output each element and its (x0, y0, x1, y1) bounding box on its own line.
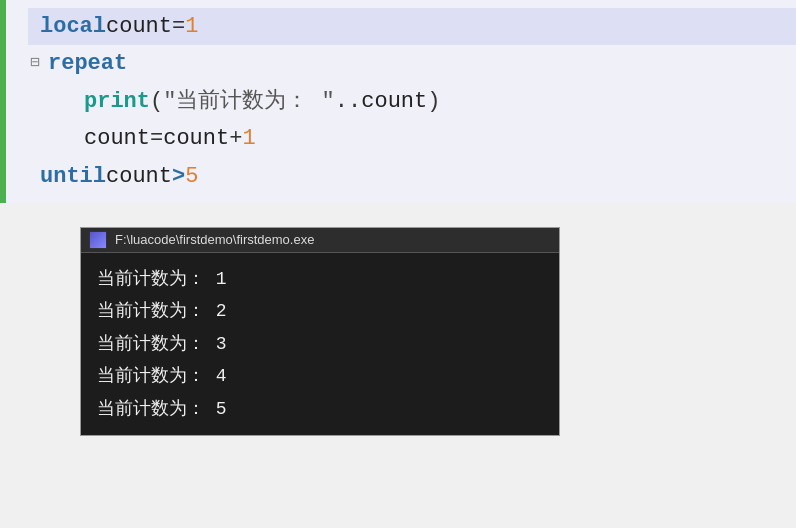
collapse-icon[interactable]: ⊟ (30, 50, 40, 77)
num-3: 5 (185, 158, 198, 195)
op-equals-2: = (150, 120, 163, 157)
console-app-icon (89, 231, 107, 249)
op-paren-close: ) (427, 83, 440, 120)
var-count-1: count (106, 8, 172, 45)
output-line-3: 当前计数为： 3 (97, 328, 543, 360)
var-count-4: count (163, 120, 229, 157)
code-line-3: print ( "当前计数为： " .. count ) (28, 83, 796, 120)
console-window: F:\luacode\firstdemo\firstdemo.exe 当前计数为… (80, 227, 560, 436)
output-line-4: 当前计数为： 4 (97, 360, 543, 392)
op-concat: .. (335, 83, 361, 120)
op-plus: + (229, 120, 242, 157)
var-count-2: count (361, 83, 427, 120)
num-1: 1 (185, 8, 198, 45)
op-gt: > (172, 158, 185, 195)
output-line-2: 当前计数为： 2 (97, 295, 543, 327)
string-literal: "当前计数为： " (163, 83, 335, 120)
num-2: 1 (242, 120, 255, 157)
keyword-print: print (84, 83, 150, 120)
op-equals-1: = (172, 8, 185, 45)
code-line-2: ⊟ repeat (28, 45, 796, 82)
console-titlebar: F:\luacode\firstdemo\firstdemo.exe (81, 228, 559, 253)
console-output: 当前计数为： 1 当前计数为： 2 当前计数为： 3 当前计数为： 4 当前计数… (81, 253, 559, 435)
keyword-until: until (40, 158, 106, 195)
op-paren-open: ( (150, 83, 163, 120)
output-line-5: 当前计数为： 5 (97, 393, 543, 425)
var-count-3: count (84, 120, 150, 157)
output-line-1: 当前计数为： 1 (97, 263, 543, 295)
code-line-4: count = count + 1 (28, 120, 796, 157)
code-line-1: local count = 1 (28, 8, 796, 45)
code-block: local count = 1 ⊟ repeat print ( "当前计数为：… (0, 0, 796, 203)
keyword-local: local (40, 8, 106, 45)
keyword-repeat: repeat (48, 45, 127, 82)
console-title: F:\luacode\firstdemo\firstdemo.exe (115, 232, 314, 247)
editor-area: local count = 1 ⊟ repeat print ( "当前计数为：… (0, 0, 796, 203)
code-line-5: until count > 5 (28, 158, 796, 195)
var-count-5: count (106, 158, 172, 195)
